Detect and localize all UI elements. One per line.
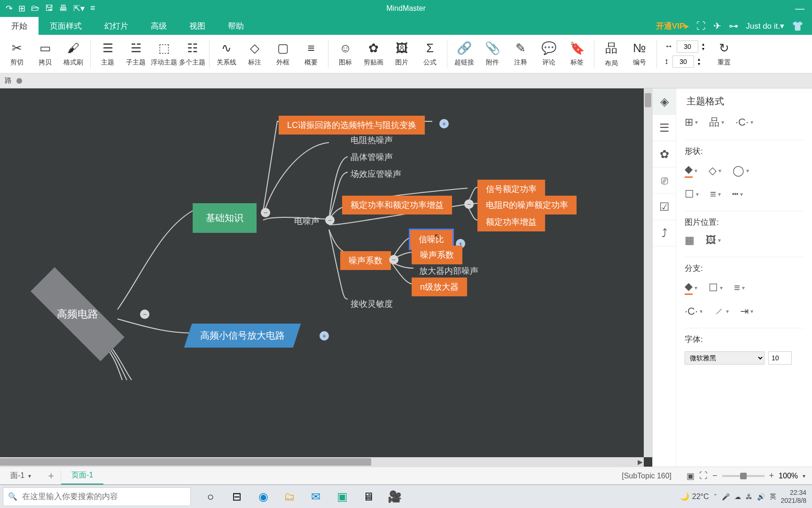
node-n-stage[interactable]: n级放大器: [412, 278, 467, 296]
node-resistor-noise[interactable]: 电阻热噪声: [342, 131, 401, 150]
copy-button[interactable]: ▭拷贝: [31, 37, 59, 71]
zoom-out-icon[interactable]: −: [712, 471, 718, 481]
node-rated-power[interactable]: 额定功率和额定功率增益: [342, 196, 452, 214]
fill-color-button[interactable]: ◆▾: [685, 163, 697, 178]
mail-icon[interactable]: ✉: [304, 487, 328, 506]
redo-icon[interactable]: ↷: [6, 3, 13, 14]
fullscreen-icon[interactable]: ⛶: [696, 21, 706, 32]
save-icon[interactable]: 🖫: [45, 3, 54, 14]
branch-weight-button[interactable]: ≡▾: [734, 282, 745, 294]
rated-collapse-toggle[interactable]: −: [464, 199, 474, 209]
branch-style-button[interactable]: ☐▾: [709, 282, 723, 294]
formula-button[interactable]: Σ公式: [416, 37, 444, 71]
canvas-area[interactable]: 高频电路 − 基础知识 − 高频小信号放大电路 + LC谐振回路的选频特性与阻抗…: [0, 88, 652, 467]
vip-button[interactable]: 开通VIP▸: [656, 21, 689, 32]
zoom-slider[interactable]: [722, 475, 765, 477]
summary-button[interactable]: ≡概要: [297, 37, 325, 71]
node-transistor-noise[interactable]: 晶体管噪声: [342, 148, 401, 167]
branch1-collapse-toggle[interactable]: −: [261, 208, 270, 217]
taskbar-search[interactable]: 🔍: [3, 487, 191, 506]
share-icon[interactable]: ⊶: [729, 20, 738, 32]
node-power-gain[interactable]: 额定功率增益: [477, 213, 545, 231]
number-button[interactable]: №编号: [625, 37, 654, 71]
tray-ime-icon[interactable]: 英: [770, 492, 776, 501]
app-icon-1[interactable]: 🖥: [356, 487, 381, 506]
floating-topic-button[interactable]: ⬚浮动主题: [150, 37, 178, 71]
edge-icon[interactable]: ◉: [251, 487, 275, 506]
lc-expand-toggle[interactable]: +: [439, 119, 449, 128]
branch-curve-button[interactable]: ⟋▾: [714, 305, 729, 318]
layout-button[interactable]: 品布局: [597, 37, 625, 71]
border-color-button[interactable]: ☐▾: [685, 188, 699, 200]
structure-select[interactable]: 品▾: [709, 115, 724, 129]
root-collapse-toggle[interactable]: −: [140, 310, 149, 319]
border-dash-button[interactable]: ┅▾: [732, 188, 743, 200]
theme-select[interactable]: ⊞▾: [685, 116, 698, 128]
cut-button[interactable]: ✂剪切: [3, 37, 31, 71]
branch-amplifier[interactable]: 高频小信号放大电路: [184, 324, 301, 348]
zoom-percent[interactable]: 100%: [779, 472, 798, 480]
mindmaster-icon[interactable]: ▣: [330, 487, 354, 506]
horizontal-scrollbar[interactable]: ▶: [0, 457, 644, 467]
tray-volume-icon[interactable]: 🔊: [757, 493, 765, 500]
branch-connect-button[interactable]: ·C·▾: [685, 305, 703, 318]
width-input[interactable]: [677, 40, 698, 53]
shape-style-button[interactable]: ◇▾: [709, 165, 721, 177]
image-align-button[interactable]: ▦: [685, 234, 695, 246]
new-icon[interactable]: ⊞: [18, 3, 25, 14]
spinner-up-down[interactable]: ▴▾: [702, 42, 704, 51]
comment-button[interactable]: 💬评论: [535, 37, 563, 71]
outline-tab-icon[interactable]: ☰: [653, 115, 676, 141]
spinner-up-down[interactable]: ▴▾: [698, 57, 700, 66]
callout-button[interactable]: ◇标注: [241, 37, 269, 71]
explorer-icon[interactable]: 🗂: [277, 487, 302, 506]
tray-chevron-icon[interactable]: ˄: [714, 493, 717, 500]
attachment-button[interactable]: 📎附件: [478, 37, 507, 71]
node-r-noise-power[interactable]: 电阻R的噪声额定功率: [477, 196, 577, 214]
tag-button[interactable]: 🔖标签: [563, 37, 591, 71]
send-icon[interactable]: ✈: [713, 20, 721, 32]
open-icon[interactable]: 🗁: [31, 3, 39, 14]
format-painter-button[interactable]: 🖌格式刷: [59, 37, 87, 71]
node-noise-coeff[interactable]: 噪声系数: [340, 251, 391, 270]
node-enoise-label[interactable]: 电噪声: [286, 212, 328, 230]
menu-advanced[interactable]: 高级: [140, 17, 178, 35]
mindmap-canvas[interactable]: 高频电路 − 基础知识 − 高频小信号放大电路 + LC谐振回路的选频特性与阻抗…: [0, 88, 652, 467]
height-input[interactable]: [672, 56, 694, 68]
branch-color-button[interactable]: ◆▾: [685, 280, 697, 295]
style-tab-icon[interactable]: ◈: [653, 88, 676, 115]
font-family-select[interactable]: 微软雅黑: [685, 351, 765, 365]
page-tab-2[interactable]: 页面-1: [61, 467, 103, 484]
clipart-button[interactable]: ✿剪贴画: [359, 37, 388, 71]
qat-more-icon[interactable]: ≡: [90, 3, 95, 14]
enoise-collapse-toggle[interactable]: −: [325, 215, 335, 225]
node-fet-noise[interactable]: 场效应管噪声: [342, 165, 410, 183]
minimize-icon[interactable]: —: [795, 3, 804, 14]
doc-tab-label[interactable]: 路: [5, 76, 12, 85]
branch2-expand-toggle[interactable]: +: [320, 331, 329, 341]
subtopic-button[interactable]: ☱子主题: [122, 37, 150, 71]
icon-button[interactable]: ☺图标: [331, 37, 359, 71]
note-button[interactable]: ✎注释: [507, 37, 535, 71]
branch-end-button[interactable]: ⇥▾: [740, 305, 753, 318]
image-fit-button[interactable]: 🖼▾: [706, 234, 721, 246]
search-input[interactable]: [22, 492, 186, 501]
export-tab-icon[interactable]: ⤴: [653, 220, 676, 246]
hyperlink-button[interactable]: 🔗超链接: [450, 37, 478, 71]
export-icon[interactable]: ⇱▾: [73, 3, 85, 14]
zoom-in-icon[interactable]: +: [769, 471, 774, 481]
shadow-button[interactable]: ◯▾: [733, 165, 749, 177]
iconset-tab-icon[interactable]: ✿: [653, 141, 676, 167]
app-icon-2[interactable]: 🎥: [383, 487, 407, 506]
reset-button[interactable]: ↻重置: [710, 37, 738, 71]
branch-basic[interactable]: 基础知识: [193, 203, 257, 233]
page-tab-1[interactable]: 面-1▾: [0, 467, 41, 484]
cortana-icon[interactable]: ○: [198, 487, 223, 506]
print-icon[interactable]: 🖶: [59, 3, 68, 14]
task-tab-icon[interactable]: ☑: [653, 194, 676, 220]
add-page-button[interactable]: +: [41, 470, 61, 482]
image-button[interactable]: 🖼图片: [388, 37, 416, 71]
menu-start[interactable]: 开始: [0, 17, 39, 35]
coeff-collapse-toggle[interactable]: −: [389, 255, 398, 264]
connector-style-select[interactable]: ·C·▾: [735, 116, 753, 128]
